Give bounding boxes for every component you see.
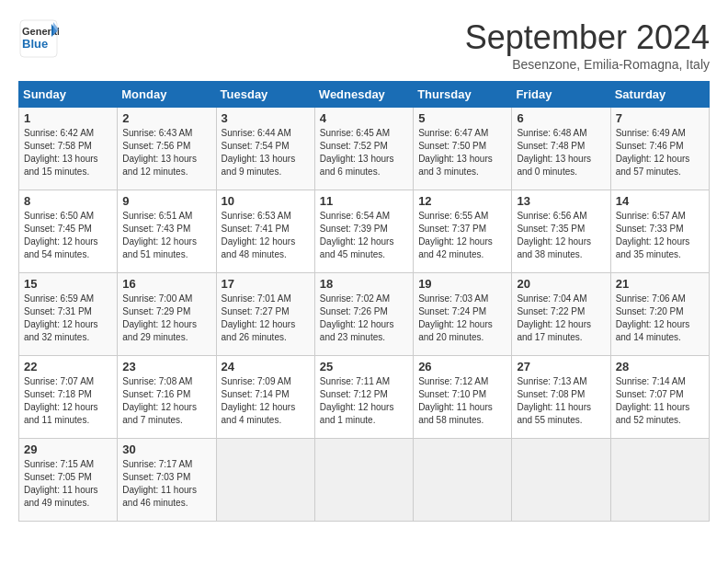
calendar-week-row: 15Sunrise: 6:59 AM Sunset: 7:31 PM Dayli…: [19, 273, 710, 356]
day-number: 24: [222, 360, 310, 373]
day-number: 1: [24, 111, 112, 125]
day-number: 22: [24, 360, 112, 373]
calendar-cell: 22Sunrise: 7:07 AM Sunset: 7:18 PM Dayli…: [19, 356, 118, 439]
day-detail: Sunrise: 7:12 AM Sunset: 7:10 PM Dayligh…: [418, 375, 506, 427]
day-number: 3: [222, 111, 310, 125]
calendar-cell: 6Sunrise: 6:48 AM Sunset: 7:48 PM Daylig…: [512, 108, 610, 190]
day-detail: Sunrise: 6:44 AM Sunset: 7:54 PM Dayligh…: [222, 127, 310, 178]
calendar-day-header: Tuesday: [216, 82, 314, 108]
day-detail: Sunrise: 7:00 AM Sunset: 7:29 PM Dayligh…: [122, 293, 210, 344]
title-block: September 2024 Besenzone, Emilia-Romagna…: [465, 18, 710, 72]
calendar-day-header: Wednesday: [314, 82, 413, 108]
calendar-cell: [512, 439, 610, 522]
calendar-cell: 15Sunrise: 6:59 AM Sunset: 7:31 PM Dayli…: [19, 273, 118, 356]
calendar-cell: [314, 439, 413, 522]
day-number: 12: [418, 194, 506, 208]
day-number: 15: [24, 277, 112, 291]
calendar-cell: 10Sunrise: 6:53 AM Sunset: 7:41 PM Dayli…: [216, 190, 314, 273]
calendar-cell: 30Sunrise: 7:17 AM Sunset: 7:03 PM Dayli…: [118, 439, 216, 522]
calendar-cell: 18Sunrise: 7:02 AM Sunset: 7:26 PM Dayli…: [314, 273, 413, 356]
day-number: 16: [122, 277, 210, 291]
day-number: 17: [222, 277, 310, 291]
calendar-day-header: Monday: [118, 82, 216, 108]
day-detail: Sunrise: 6:55 AM Sunset: 7:37 PM Dayligh…: [418, 210, 506, 261]
calendar-cell: 14Sunrise: 6:57 AM Sunset: 7:33 PM Dayli…: [610, 190, 709, 273]
day-number: 25: [320, 360, 408, 373]
day-detail: Sunrise: 7:11 AM Sunset: 7:12 PM Dayligh…: [320, 375, 408, 427]
day-number: 13: [517, 194, 605, 208]
day-number: 19: [418, 277, 506, 291]
day-number: 4: [320, 111, 408, 125]
day-detail: Sunrise: 7:03 AM Sunset: 7:24 PM Dayligh…: [418, 293, 506, 344]
calendar-cell: 5Sunrise: 6:47 AM Sunset: 7:50 PM Daylig…: [414, 108, 512, 190]
day-number: 6: [517, 111, 605, 125]
day-number: 21: [616, 277, 704, 291]
logo: General Blue: [18, 18, 59, 59]
day-detail: Sunrise: 6:56 AM Sunset: 7:35 PM Dayligh…: [517, 210, 605, 261]
page-header: General Blue September 2024 Besenzone, E…: [18, 18, 710, 72]
day-detail: Sunrise: 7:04 AM Sunset: 7:22 PM Dayligh…: [517, 293, 605, 344]
day-detail: Sunrise: 7:17 AM Sunset: 7:03 PM Dayligh…: [122, 458, 210, 510]
logo-svg: General Blue: [18, 18, 59, 59]
calendar-cell: 27Sunrise: 7:13 AM Sunset: 7:08 PM Dayli…: [512, 356, 610, 439]
day-number: 14: [616, 194, 704, 208]
calendar-week-row: 8Sunrise: 6:50 AM Sunset: 7:45 PM Daylig…: [19, 190, 710, 273]
day-detail: Sunrise: 6:43 AM Sunset: 7:56 PM Dayligh…: [122, 127, 210, 178]
day-number: 8: [24, 194, 112, 208]
day-detail: Sunrise: 7:14 AM Sunset: 7:07 PM Dayligh…: [616, 375, 704, 427]
calendar-cell: 9Sunrise: 6:51 AM Sunset: 7:43 PM Daylig…: [118, 190, 216, 273]
day-number: 23: [122, 360, 210, 373]
svg-text:Blue: Blue: [22, 37, 48, 51]
calendar-cell: 25Sunrise: 7:11 AM Sunset: 7:12 PM Dayli…: [314, 356, 413, 439]
calendar-day-header: Sunday: [19, 82, 118, 108]
day-detail: Sunrise: 6:49 AM Sunset: 7:46 PM Dayligh…: [616, 127, 704, 178]
day-detail: Sunrise: 7:09 AM Sunset: 7:14 PM Dayligh…: [222, 375, 310, 427]
calendar-cell: 17Sunrise: 7:01 AM Sunset: 7:27 PM Dayli…: [216, 273, 314, 356]
calendar-week-row: 29Sunrise: 7:15 AM Sunset: 7:05 PM Dayli…: [19, 439, 710, 522]
day-detail: Sunrise: 7:01 AM Sunset: 7:27 PM Dayligh…: [222, 293, 310, 344]
day-detail: Sunrise: 6:53 AM Sunset: 7:41 PM Dayligh…: [222, 210, 310, 261]
calendar-cell: 3Sunrise: 6:44 AM Sunset: 7:54 PM Daylig…: [216, 108, 314, 190]
day-detail: Sunrise: 6:48 AM Sunset: 7:48 PM Dayligh…: [517, 127, 605, 178]
day-number: 7: [616, 111, 704, 125]
day-detail: Sunrise: 6:50 AM Sunset: 7:45 PM Dayligh…: [24, 210, 112, 261]
day-number: 30: [122, 442, 210, 456]
calendar-cell: 13Sunrise: 6:56 AM Sunset: 7:35 PM Dayli…: [512, 190, 610, 273]
day-detail: Sunrise: 7:07 AM Sunset: 7:18 PM Dayligh…: [24, 375, 112, 427]
day-number: 9: [122, 194, 210, 208]
calendar-cell: 26Sunrise: 7:12 AM Sunset: 7:10 PM Dayli…: [414, 356, 512, 439]
day-detail: Sunrise: 6:57 AM Sunset: 7:33 PM Dayligh…: [616, 210, 704, 261]
calendar-cell: 1Sunrise: 6:42 AM Sunset: 7:58 PM Daylig…: [19, 108, 118, 190]
calendar-cell: 2Sunrise: 6:43 AM Sunset: 7:56 PM Daylig…: [118, 108, 216, 190]
location-subtitle: Besenzone, Emilia-Romagna, Italy: [465, 57, 710, 72]
calendar-cell: 12Sunrise: 6:55 AM Sunset: 7:37 PM Dayli…: [414, 190, 512, 273]
calendar-cell: 11Sunrise: 6:54 AM Sunset: 7:39 PM Dayli…: [314, 190, 413, 273]
day-detail: Sunrise: 7:13 AM Sunset: 7:08 PM Dayligh…: [517, 375, 605, 427]
calendar-cell: 21Sunrise: 7:06 AM Sunset: 7:20 PM Dayli…: [610, 273, 709, 356]
calendar-cell: [216, 439, 314, 522]
day-number: 11: [320, 194, 408, 208]
calendar-cell: 28Sunrise: 7:14 AM Sunset: 7:07 PM Dayli…: [610, 356, 709, 439]
calendar-cell: 20Sunrise: 7:04 AM Sunset: 7:22 PM Dayli…: [512, 273, 610, 356]
calendar-week-row: 22Sunrise: 7:07 AM Sunset: 7:18 PM Dayli…: [19, 356, 710, 439]
day-detail: Sunrise: 7:02 AM Sunset: 7:26 PM Dayligh…: [320, 293, 408, 344]
calendar-cell: [610, 439, 709, 522]
calendar-header-row: SundayMondayTuesdayWednesdayThursdayFrid…: [19, 82, 710, 108]
day-number: 26: [418, 360, 506, 373]
day-number: 29: [24, 442, 112, 456]
day-detail: Sunrise: 6:51 AM Sunset: 7:43 PM Dayligh…: [122, 210, 210, 261]
day-detail: Sunrise: 7:15 AM Sunset: 7:05 PM Dayligh…: [24, 458, 112, 510]
day-number: 18: [320, 277, 408, 291]
calendar-cell: 4Sunrise: 6:45 AM Sunset: 7:52 PM Daylig…: [314, 108, 413, 190]
calendar-cell: 8Sunrise: 6:50 AM Sunset: 7:45 PM Daylig…: [19, 190, 118, 273]
day-number: 2: [122, 111, 210, 125]
calendar-day-header: Friday: [512, 82, 610, 108]
calendar-cell: [414, 439, 512, 522]
day-detail: Sunrise: 6:59 AM Sunset: 7:31 PM Dayligh…: [24, 293, 112, 344]
calendar-day-header: Thursday: [414, 82, 512, 108]
day-number: 27: [517, 360, 605, 373]
calendar-cell: 16Sunrise: 7:00 AM Sunset: 7:29 PM Dayli…: [118, 273, 216, 356]
day-detail: Sunrise: 6:54 AM Sunset: 7:39 PM Dayligh…: [320, 210, 408, 261]
calendar-table: SundayMondayTuesdayWednesdayThursdayFrid…: [18, 81, 710, 522]
day-number: 28: [616, 360, 704, 373]
